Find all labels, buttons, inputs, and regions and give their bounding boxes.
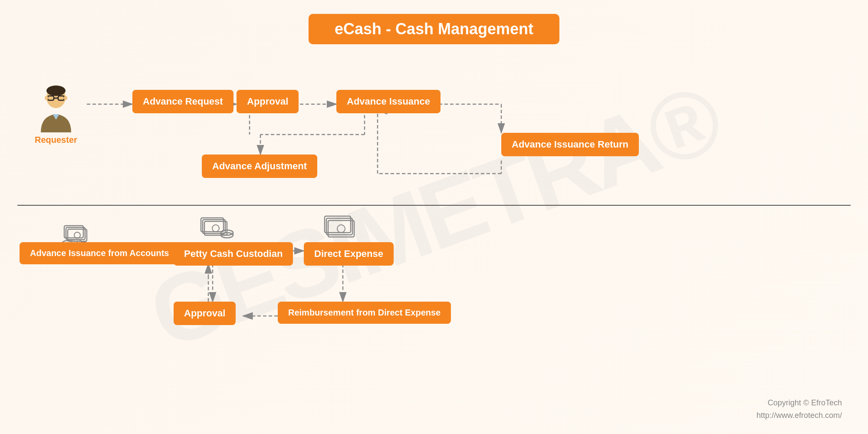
copyright-line1: Copyright © EfroTech [756, 397, 842, 409]
arrows-overlay [0, 0, 868, 434]
section-divider [17, 205, 851, 206]
petty-cash-custodian-box: Petty Cash Custodian [174, 242, 293, 266]
svg-point-1 [46, 85, 66, 96]
requester-label: Requester [35, 135, 77, 145]
reimbursement-box: Reimbursement from Direct Expense [278, 302, 451, 324]
svg-point-16 [212, 225, 219, 232]
advance-issuance-accounts-box: Advance Issuance from Accounts [20, 242, 179, 264]
advance-adjustment-box: Advance Adjustment [202, 155, 317, 178]
advance-request-box: Advance Request [132, 90, 233, 113]
requester-avatar [36, 85, 76, 132]
approval-top-box: Approval [237, 90, 299, 113]
svg-point-6 [64, 96, 67, 100]
requester-group: Requester [35, 85, 77, 145]
page-container: GESIMETRA® eCash - Cash Management Reque… [0, 0, 868, 434]
petty-cash-icon [197, 213, 237, 245]
copyright: Copyright © EfroTech http://www.efrotech… [756, 397, 842, 422]
direct-expense-icon [320, 213, 355, 243]
direct-expense-box: Direct Expense [304, 242, 394, 266]
svg-point-24 [337, 225, 345, 233]
direct-expense-icon-group [320, 213, 355, 243]
svg-point-5 [45, 96, 48, 100]
advance-issuance-return-box: Advance Issuance Return [501, 133, 639, 156]
advance-issuance-box: Advance Issuance [336, 90, 441, 113]
petty-cash-icon-group [197, 213, 237, 245]
page-title: eCash - Cash Management [309, 14, 559, 44]
copyright-line2: http://www.efrotech.com/ [756, 409, 842, 422]
approval-bottom-box: Approval [174, 302, 236, 325]
